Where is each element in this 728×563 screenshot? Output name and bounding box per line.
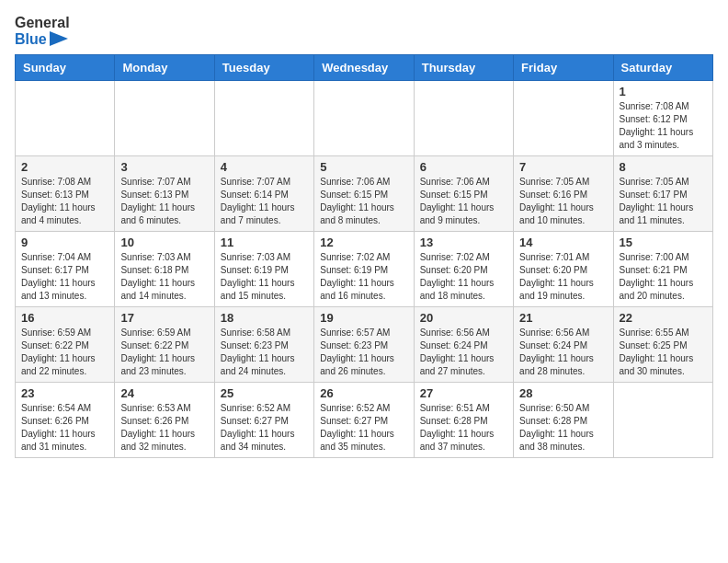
calendar-week-3: 9Sunrise: 7:04 AM Sunset: 6:17 PM Daylig…: [16, 232, 713, 307]
calendar-cell: [314, 81, 414, 156]
day-number: 27: [420, 386, 507, 400]
weekday-header-saturday: Saturday: [613, 55, 712, 81]
day-number: 9: [21, 236, 108, 249]
day-number: 3: [120, 160, 208, 174]
calendar-table: SundayMondayTuesdayWednesdayThursdayFrid…: [15, 54, 713, 458]
svg-marker-0: [50, 31, 68, 46]
day-number: 13: [420, 236, 507, 249]
day-number: 22: [620, 311, 707, 325]
day-number: 26: [320, 386, 407, 400]
day-number: 20: [420, 311, 507, 325]
day-info: Sunrise: 7:08 AM Sunset: 6:13 PM Dayligh…: [21, 176, 108, 227]
calendar-cell: [214, 81, 313, 156]
day-number: 14: [519, 236, 607, 249]
calendar-week-2: 2Sunrise: 7:08 AM Sunset: 6:13 PM Daylig…: [16, 156, 713, 232]
calendar-cell: 4Sunrise: 7:07 AM Sunset: 6:14 PM Daylig…: [214, 156, 313, 232]
day-number: 6: [420, 160, 507, 174]
calendar-cell: 3Sunrise: 7:07 AM Sunset: 6:13 PM Daylig…: [115, 156, 214, 232]
calendar-cell: 25Sunrise: 6:52 AM Sunset: 6:27 PM Dayli…: [214, 383, 313, 458]
calendar-cell: 10Sunrise: 7:03 AM Sunset: 6:18 PM Dayli…: [115, 232, 214, 307]
calendar-cell: 13Sunrise: 7:02 AM Sunset: 6:20 PM Dayli…: [414, 232, 513, 307]
calendar-week-5: 23Sunrise: 6:54 AM Sunset: 6:26 PM Dayli…: [16, 383, 713, 458]
day-number: 10: [120, 236, 208, 249]
day-info: Sunrise: 7:08 AM Sunset: 6:12 PM Dayligh…: [620, 100, 707, 152]
calendar-cell: 24Sunrise: 6:53 AM Sunset: 6:26 PM Dayli…: [115, 383, 214, 458]
logo: General Blue: [15, 15, 70, 47]
day-info: Sunrise: 7:04 AM Sunset: 6:17 PM Dayligh…: [21, 251, 108, 303]
day-number: 5: [320, 160, 407, 174]
calendar-cell: 7Sunrise: 7:05 AM Sunset: 6:16 PM Daylig…: [514, 156, 613, 232]
calendar-cell: 8Sunrise: 7:05 AM Sunset: 6:17 PM Daylig…: [613, 156, 712, 232]
calendar-cell: 12Sunrise: 7:02 AM Sunset: 6:19 PM Dayli…: [314, 232, 414, 307]
calendar-cell: 5Sunrise: 7:06 AM Sunset: 6:15 PM Daylig…: [314, 156, 414, 232]
calendar-cell: 23Sunrise: 6:54 AM Sunset: 6:26 PM Dayli…: [16, 383, 115, 458]
day-info: Sunrise: 7:00 AM Sunset: 6:21 PM Dayligh…: [620, 251, 707, 303]
day-info: Sunrise: 6:57 AM Sunset: 6:23 PM Dayligh…: [320, 327, 407, 378]
calendar-cell: 17Sunrise: 6:59 AM Sunset: 6:22 PM Dayli…: [115, 307, 214, 383]
calendar-cell: [514, 81, 613, 156]
day-info: Sunrise: 7:05 AM Sunset: 6:16 PM Dayligh…: [519, 176, 607, 227]
day-number: 4: [221, 160, 308, 174]
calendar-cell: [613, 383, 712, 458]
day-info: Sunrise: 6:56 AM Sunset: 6:24 PM Dayligh…: [420, 327, 507, 378]
calendar-cell: [16, 81, 115, 156]
day-info: Sunrise: 7:05 AM Sunset: 6:17 PM Dayligh…: [620, 176, 707, 227]
day-number: 19: [320, 311, 407, 325]
calendar-cell: 26Sunrise: 6:52 AM Sunset: 6:27 PM Dayli…: [314, 383, 414, 458]
day-number: 23: [21, 386, 108, 400]
day-info: Sunrise: 7:07 AM Sunset: 6:14 PM Dayligh…: [221, 176, 308, 227]
day-info: Sunrise: 7:02 AM Sunset: 6:20 PM Dayligh…: [420, 251, 507, 303]
calendar-cell: 14Sunrise: 7:01 AM Sunset: 6:20 PM Dayli…: [514, 232, 613, 307]
page-header: General Blue: [15, 15, 713, 47]
logo-general-text: General: [15, 15, 70, 31]
day-number: 12: [320, 236, 407, 249]
calendar-cell: 1Sunrise: 7:08 AM Sunset: 6:12 PM Daylig…: [613, 81, 712, 156]
calendar-cell: 11Sunrise: 7:03 AM Sunset: 6:19 PM Dayli…: [214, 232, 313, 307]
day-info: Sunrise: 6:51 AM Sunset: 6:28 PM Dayligh…: [420, 402, 507, 454]
day-info: Sunrise: 7:03 AM Sunset: 6:18 PM Dayligh…: [120, 251, 208, 303]
weekday-header-sunday: Sunday: [16, 55, 115, 81]
calendar-cell: [115, 81, 214, 156]
day-info: Sunrise: 6:55 AM Sunset: 6:25 PM Dayligh…: [620, 327, 707, 378]
calendar-cell: 22Sunrise: 6:55 AM Sunset: 6:25 PM Dayli…: [613, 307, 712, 383]
day-info: Sunrise: 7:06 AM Sunset: 6:15 PM Dayligh…: [420, 176, 507, 227]
calendar-cell: 20Sunrise: 6:56 AM Sunset: 6:24 PM Dayli…: [414, 307, 513, 383]
day-info: Sunrise: 6:59 AM Sunset: 6:22 PM Dayligh…: [21, 327, 108, 378]
calendar-cell: 18Sunrise: 6:58 AM Sunset: 6:23 PM Dayli…: [214, 307, 313, 383]
day-info: Sunrise: 7:03 AM Sunset: 6:19 PM Dayligh…: [221, 251, 308, 303]
calendar-cell: 19Sunrise: 6:57 AM Sunset: 6:23 PM Dayli…: [314, 307, 414, 383]
calendar-week-1: 1Sunrise: 7:08 AM Sunset: 6:12 PM Daylig…: [16, 81, 713, 156]
day-number: 16: [21, 311, 108, 325]
calendar-cell: 21Sunrise: 6:56 AM Sunset: 6:24 PM Dayli…: [514, 307, 613, 383]
day-number: 7: [519, 160, 607, 174]
day-number: 25: [221, 386, 308, 400]
logo-blue-text: Blue: [15, 31, 70, 48]
day-info: Sunrise: 6:56 AM Sunset: 6:24 PM Dayligh…: [519, 327, 607, 378]
weekday-header-monday: Monday: [115, 55, 214, 81]
calendar-cell: 28Sunrise: 6:50 AM Sunset: 6:28 PM Dayli…: [514, 383, 613, 458]
weekday-header-row: SundayMondayTuesdayWednesdayThursdayFrid…: [16, 55, 713, 81]
day-number: 8: [620, 160, 707, 174]
day-info: Sunrise: 6:53 AM Sunset: 6:26 PM Dayligh…: [120, 402, 208, 454]
day-number: 17: [120, 311, 208, 325]
day-number: 11: [221, 236, 308, 249]
calendar-cell: 16Sunrise: 6:59 AM Sunset: 6:22 PM Dayli…: [16, 307, 115, 383]
day-info: Sunrise: 7:02 AM Sunset: 6:19 PM Dayligh…: [320, 251, 407, 303]
calendar-cell: [414, 81, 513, 156]
day-info: Sunrise: 6:50 AM Sunset: 6:28 PM Dayligh…: [519, 402, 607, 454]
day-number: 15: [620, 236, 707, 249]
calendar-cell: 15Sunrise: 7:00 AM Sunset: 6:21 PM Dayli…: [613, 232, 712, 307]
calendar-cell: 27Sunrise: 6:51 AM Sunset: 6:28 PM Dayli…: [414, 383, 513, 458]
day-number: 18: [221, 311, 308, 325]
weekday-header-tuesday: Tuesday: [214, 55, 313, 81]
day-info: Sunrise: 6:52 AM Sunset: 6:27 PM Dayligh…: [320, 402, 407, 454]
day-info: Sunrise: 7:06 AM Sunset: 6:15 PM Dayligh…: [320, 176, 407, 227]
calendar-cell: 6Sunrise: 7:06 AM Sunset: 6:15 PM Daylig…: [414, 156, 513, 232]
day-info: Sunrise: 6:52 AM Sunset: 6:27 PM Dayligh…: [221, 402, 308, 454]
day-number: 2: [21, 160, 108, 174]
day-info: Sunrise: 7:01 AM Sunset: 6:20 PM Dayligh…: [519, 251, 607, 303]
day-number: 1: [620, 85, 707, 98]
weekday-header-thursday: Thursday: [414, 55, 513, 81]
day-number: 21: [519, 311, 607, 325]
weekday-header-friday: Friday: [514, 55, 613, 81]
